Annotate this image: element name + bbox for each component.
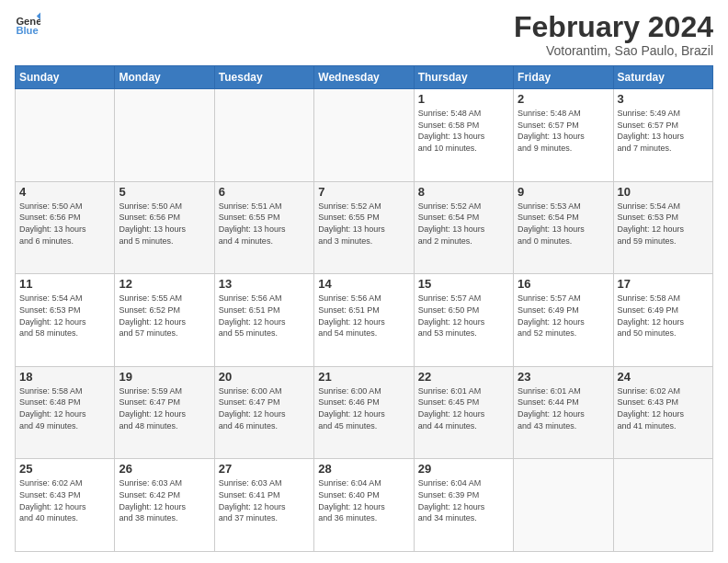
table-row: 27Sunrise: 6:03 AM Sunset: 6:41 PM Dayli… — [214, 459, 313, 552]
table-row: 23Sunrise: 6:01 AM Sunset: 6:44 PM Dayli… — [514, 366, 613, 459]
table-row: 14Sunrise: 5:56 AM Sunset: 6:51 PM Dayli… — [314, 274, 414, 367]
table-row: 12Sunrise: 5:55 AM Sunset: 6:52 PM Dayli… — [115, 274, 214, 367]
day-info: Sunrise: 5:57 AM Sunset: 6:50 PM Dayligh… — [418, 293, 509, 339]
table-row: 19Sunrise: 5:59 AM Sunset: 6:47 PM Dayli… — [115, 366, 214, 459]
logo: General Blue — [15, 11, 40, 37]
day-number: 3 — [618, 92, 709, 106]
location-subtitle: Votorantim, Sao Paulo, Brazil — [514, 43, 713, 58]
day-number: 6 — [219, 185, 310, 199]
day-info: Sunrise: 5:56 AM Sunset: 6:51 PM Dayligh… — [219, 293, 310, 339]
day-number: 10 — [618, 185, 709, 199]
calendar-week-row: 18Sunrise: 5:58 AM Sunset: 6:48 PM Dayli… — [16, 366, 713, 459]
day-info: Sunrise: 5:59 AM Sunset: 6:47 PM Dayligh… — [119, 385, 210, 431]
table-row: 13Sunrise: 5:56 AM Sunset: 6:51 PM Dayli… — [214, 274, 313, 367]
day-number: 1 — [418, 92, 509, 106]
day-info: Sunrise: 5:56 AM Sunset: 6:51 PM Dayligh… — [318, 293, 409, 339]
day-number: 29 — [418, 462, 509, 476]
table-row — [214, 89, 313, 182]
calendar-header-row: Sunday Monday Tuesday Wednesday Thursday… — [16, 66, 713, 89]
table-row: 8Sunrise: 5:52 AM Sunset: 6:54 PM Daylig… — [414, 181, 513, 274]
day-info: Sunrise: 6:04 AM Sunset: 6:39 PM Dayligh… — [418, 477, 509, 523]
day-info: Sunrise: 5:49 AM Sunset: 6:57 PM Dayligh… — [618, 108, 709, 154]
day-info: Sunrise: 5:57 AM Sunset: 6:49 PM Dayligh… — [518, 293, 609, 339]
day-info: Sunrise: 5:58 AM Sunset: 6:49 PM Dayligh… — [618, 293, 709, 339]
day-info: Sunrise: 6:04 AM Sunset: 6:40 PM Dayligh… — [318, 477, 409, 523]
day-info: Sunrise: 5:55 AM Sunset: 6:52 PM Dayligh… — [119, 293, 210, 339]
header: General Blue February 2024 Votorantim, S… — [15, 11, 713, 58]
day-info: Sunrise: 5:48 AM Sunset: 6:57 PM Dayligh… — [518, 108, 609, 154]
header-friday: Friday — [514, 66, 613, 89]
day-number: 16 — [518, 277, 609, 291]
table-row: 20Sunrise: 6:00 AM Sunset: 6:47 PM Dayli… — [214, 366, 313, 459]
day-info: Sunrise: 6:00 AM Sunset: 6:47 PM Dayligh… — [219, 385, 310, 431]
day-info: Sunrise: 5:54 AM Sunset: 6:53 PM Dayligh… — [19, 293, 110, 339]
day-info: Sunrise: 5:50 AM Sunset: 6:56 PM Dayligh… — [19, 201, 110, 247]
table-row: 2Sunrise: 5:48 AM Sunset: 6:57 PM Daylig… — [514, 89, 613, 182]
table-row — [514, 459, 613, 552]
day-info: Sunrise: 6:01 AM Sunset: 6:45 PM Dayligh… — [418, 385, 509, 431]
day-info: Sunrise: 6:03 AM Sunset: 6:41 PM Dayligh… — [219, 477, 310, 523]
day-number: 5 — [119, 185, 210, 199]
logo-icon: General Blue — [15, 11, 40, 37]
header-thursday: Thursday — [414, 66, 513, 89]
day-number: 2 — [518, 92, 609, 106]
day-number: 20 — [219, 370, 310, 384]
day-number: 17 — [618, 277, 709, 291]
table-row — [613, 459, 712, 552]
day-number: 21 — [318, 370, 409, 384]
day-number: 18 — [19, 370, 110, 384]
day-number: 15 — [418, 277, 509, 291]
table-row: 24Sunrise: 6:02 AM Sunset: 6:43 PM Dayli… — [613, 366, 712, 459]
table-row: 18Sunrise: 5:58 AM Sunset: 6:48 PM Dayli… — [16, 366, 115, 459]
day-number: 4 — [19, 185, 110, 199]
calendar-table: Sunday Monday Tuesday Wednesday Thursday… — [15, 65, 713, 552]
header-saturday: Saturday — [613, 66, 712, 89]
table-row: 16Sunrise: 5:57 AM Sunset: 6:49 PM Dayli… — [514, 274, 613, 367]
day-number: 24 — [618, 370, 709, 384]
day-info: Sunrise: 5:53 AM Sunset: 6:54 PM Dayligh… — [518, 201, 609, 247]
calendar-week-row: 25Sunrise: 6:02 AM Sunset: 6:43 PM Dayli… — [16, 459, 713, 552]
day-number: 12 — [119, 277, 210, 291]
table-row: 7Sunrise: 5:52 AM Sunset: 6:55 PM Daylig… — [314, 181, 414, 274]
title-area: February 2024 Votorantim, Sao Paulo, Bra… — [514, 11, 713, 58]
table-row: 11Sunrise: 5:54 AM Sunset: 6:53 PM Dayli… — [16, 274, 115, 367]
day-number: 8 — [418, 185, 509, 199]
table-row: 21Sunrise: 6:00 AM Sunset: 6:46 PM Dayli… — [314, 366, 414, 459]
table-row: 22Sunrise: 6:01 AM Sunset: 6:45 PM Dayli… — [414, 366, 513, 459]
day-info: Sunrise: 6:01 AM Sunset: 6:44 PM Dayligh… — [518, 385, 609, 431]
table-row: 9Sunrise: 5:53 AM Sunset: 6:54 PM Daylig… — [514, 181, 613, 274]
table-row: 17Sunrise: 5:58 AM Sunset: 6:49 PM Dayli… — [613, 274, 712, 367]
table-row: 6Sunrise: 5:51 AM Sunset: 6:55 PM Daylig… — [214, 181, 313, 274]
table-row: 28Sunrise: 6:04 AM Sunset: 6:40 PM Dayli… — [314, 459, 414, 552]
table-row: 25Sunrise: 6:02 AM Sunset: 6:43 PM Dayli… — [16, 459, 115, 552]
table-row: 10Sunrise: 5:54 AM Sunset: 6:53 PM Dayli… — [613, 181, 712, 274]
day-info: Sunrise: 5:54 AM Sunset: 6:53 PM Dayligh… — [618, 201, 709, 247]
table-row — [16, 89, 115, 182]
calendar-week-row: 4Sunrise: 5:50 AM Sunset: 6:56 PM Daylig… — [16, 181, 713, 274]
header-tuesday: Tuesday — [214, 66, 313, 89]
day-number: 19 — [119, 370, 210, 384]
day-number: 9 — [518, 185, 609, 199]
calendar-week-row: 1Sunrise: 5:48 AM Sunset: 6:58 PM Daylig… — [16, 89, 713, 182]
day-number: 22 — [418, 370, 509, 384]
calendar-week-row: 11Sunrise: 5:54 AM Sunset: 6:53 PM Dayli… — [16, 274, 713, 367]
day-number: 26 — [119, 462, 210, 476]
header-monday: Monday — [115, 66, 214, 89]
page: General Blue February 2024 Votorantim, S… — [0, 0, 728, 563]
day-number: 7 — [318, 185, 409, 199]
day-info: Sunrise: 5:48 AM Sunset: 6:58 PM Dayligh… — [418, 108, 509, 154]
header-wednesday: Wednesday — [314, 66, 414, 89]
day-number: 27 — [219, 462, 310, 476]
table-row: 5Sunrise: 5:50 AM Sunset: 6:56 PM Daylig… — [115, 181, 214, 274]
month-title: February 2024 — [514, 11, 713, 43]
day-info: Sunrise: 5:50 AM Sunset: 6:56 PM Dayligh… — [119, 201, 210, 247]
day-info: Sunrise: 6:00 AM Sunset: 6:46 PM Dayligh… — [318, 385, 409, 431]
day-info: Sunrise: 6:02 AM Sunset: 6:43 PM Dayligh… — [19, 477, 110, 523]
day-number: 28 — [318, 462, 409, 476]
table-row: 4Sunrise: 5:50 AM Sunset: 6:56 PM Daylig… — [16, 181, 115, 274]
header-sunday: Sunday — [16, 66, 115, 89]
table-row: 1Sunrise: 5:48 AM Sunset: 6:58 PM Daylig… — [414, 89, 513, 182]
table-row: 15Sunrise: 5:57 AM Sunset: 6:50 PM Dayli… — [414, 274, 513, 367]
day-info: Sunrise: 6:03 AM Sunset: 6:42 PM Dayligh… — [119, 477, 210, 523]
svg-text:Blue: Blue — [16, 25, 38, 36]
